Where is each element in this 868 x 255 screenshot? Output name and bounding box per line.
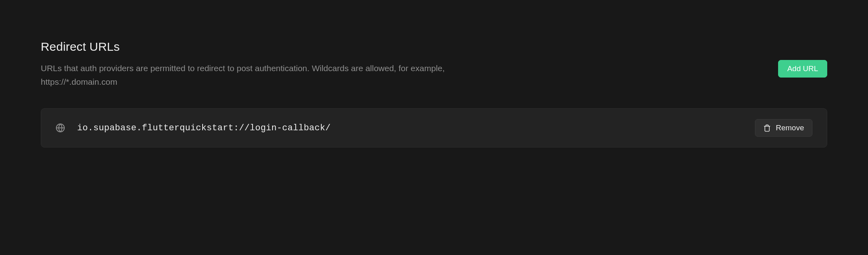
url-row-left: io.supabase.flutterquickstart://login-ca… xyxy=(56,123,331,133)
url-value: io.supabase.flutterquickstart://login-ca… xyxy=(77,123,331,133)
remove-url-button[interactable]: Remove xyxy=(755,119,812,137)
header-text-block: Redirect URLs URLs that auth providers a… xyxy=(41,40,778,88)
trash-icon xyxy=(763,124,771,132)
url-list: io.supabase.flutterquickstart://login-ca… xyxy=(41,108,827,147)
url-row: io.supabase.flutterquickstart://login-ca… xyxy=(41,108,827,147)
remove-button-label: Remove xyxy=(776,124,804,132)
section-description: URLs that auth providers are permitted t… xyxy=(41,62,480,88)
section-title: Redirect URLs xyxy=(41,40,778,54)
globe-icon xyxy=(56,123,65,133)
add-url-button[interactable]: Add URL xyxy=(778,60,827,78)
section-header: Redirect URLs URLs that auth providers a… xyxy=(41,40,827,88)
